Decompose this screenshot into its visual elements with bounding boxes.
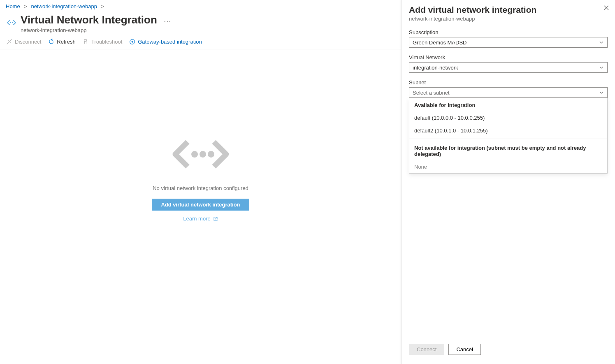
unavailable-none: None [409, 160, 607, 173]
close-icon [603, 5, 609, 11]
unavailable-group-label: Not available for integration (subnet mu… [409, 141, 607, 160]
learn-more-label: Learn more [183, 216, 210, 222]
svg-point-5 [200, 151, 206, 158]
connect-button: Connect [409, 344, 444, 355]
vnet-value: integration-network [413, 65, 458, 71]
subscription-label: Subscription [409, 29, 608, 35]
subnet-dropdown: Available for integration default (10.0.… [409, 98, 608, 174]
add-vnet-integration-button[interactable]: Add virtual network integration [152, 199, 249, 211]
flyout-subtitle: network-integration-webapp [409, 16, 608, 22]
breadcrumb: Home > network-integration-webapp > [0, 0, 401, 12]
empty-message: No virtual network integration configure… [153, 185, 248, 191]
subscription-select[interactable]: Green Demos MADSD [409, 37, 608, 48]
svg-point-4 [191, 151, 198, 158]
subnet-label: Subnet [409, 79, 608, 86]
breadcrumb-sep-2: > [99, 3, 107, 9]
vnet-integration-icon [6, 17, 17, 28]
subnet-option[interactable]: default2 (10.0.1.0 - 10.0.1.255) [409, 124, 607, 137]
troubleshoot-button: Troubleshoot [82, 38, 122, 45]
code-dots-icon [168, 136, 234, 173]
flyout-title: Add virtual network integration [409, 5, 608, 15]
refresh-button[interactable]: Refresh [48, 38, 76, 45]
subnet-placeholder: Select a subnet [413, 90, 450, 96]
refresh-label: Refresh [57, 39, 76, 45]
close-button[interactable] [603, 5, 609, 11]
breadcrumb-home[interactable]: Home [6, 3, 20, 9]
svg-point-6 [208, 151, 214, 158]
subscription-value: Green Demos MADSD [413, 39, 466, 46]
gateway-integration-button[interactable]: Gateway-based integration [129, 38, 202, 45]
arrow-right-icon [129, 38, 135, 45]
page-title: Virtual Network Integration [21, 14, 157, 26]
flyout-footer: Connect Cancel [409, 338, 608, 364]
svg-point-1 [12, 22, 13, 23]
chevron-down-icon [599, 90, 604, 95]
page-subtitle: network-integration-webapp [21, 27, 171, 33]
available-group-label: Available for integration [409, 98, 607, 111]
troubleshoot-label: Troubleshoot [91, 39, 122, 45]
breadcrumb-sep-1: > [21, 3, 30, 9]
vnet-select[interactable]: integration-network [409, 62, 608, 73]
more-actions-button[interactable]: ··· [164, 17, 171, 26]
subnet-option[interactable]: default (10.0.0.0 - 10.0.0.255) [409, 111, 607, 124]
subnet-select[interactable]: Select a subnet [409, 87, 608, 98]
vnet-label: Virtual Network [409, 54, 608, 60]
disconnect-button: Disconnect [6, 38, 41, 45]
dropdown-divider [409, 139, 607, 139]
learn-more-link[interactable]: Learn more [183, 216, 218, 222]
gateway-label: Gateway-based integration [138, 39, 202, 45]
cancel-button[interactable]: Cancel [448, 344, 480, 355]
chevron-down-icon [599, 40, 604, 45]
command-bar: Disconnect Refresh Troubleshoot Gateway-… [0, 34, 401, 49]
svg-point-0 [10, 22, 11, 23]
breadcrumb-resource[interactable]: network-integration-webapp [31, 3, 97, 9]
external-link-icon [213, 216, 218, 221]
unplug-icon [6, 38, 12, 45]
svg-rect-2 [84, 39, 87, 41]
page-header: Virtual Network Integration ··· network-… [0, 12, 401, 34]
empty-state: No virtual network integration configure… [0, 49, 401, 222]
refresh-icon [48, 38, 54, 45]
add-vnet-flyout: Add virtual network integration network-… [401, 0, 615, 364]
chevron-down-icon [599, 65, 604, 70]
disconnect-label: Disconnect [15, 39, 41, 45]
troubleshoot-icon [82, 38, 89, 45]
